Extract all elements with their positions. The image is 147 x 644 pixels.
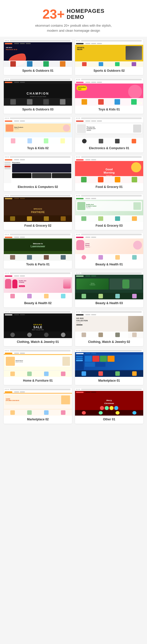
demo-thumb-market2: SUPERKITCHEN CASH BACK [4, 388, 72, 416]
demo-beauty3[interactable]: SpringCollection [75, 272, 143, 307]
demo-thumb-elec2: Playstation [4, 155, 72, 183]
demo-sports3[interactable]: CHAMPION SPORTS COLLECTION [4, 78, 72, 114]
demo-label-market1: Marketplace 01 [75, 377, 143, 385]
demo-food1[interactable]: GoodMorning Fresh food [75, 155, 143, 191]
demo-thumb-market1 [75, 349, 143, 377]
demo-elec2[interactable]: Playstation [4, 155, 72, 191]
demo-thumb-food2: BREADSPANTHERE [4, 194, 72, 222]
header-text-block: HOMEPAGES DEMO [67, 8, 104, 20]
demo-cloth1[interactable]: GRAND SALE BEST COLLECTION [4, 310, 72, 346]
demo-toys2[interactable]: Baby Products Shop Now [4, 117, 72, 152]
demo-label-elec2: Electronics & Computers 02 [4, 183, 72, 191]
demo-sports1[interactable]: AIR MAXPEGASUS 35 ID [4, 39, 72, 75]
demo-thumb-cloth1: GRAND SALE BEST COLLECTION [4, 310, 72, 338]
demo-thumb-toys2: Baby Products Shop Now [4, 117, 72, 144]
demo-label-beauty1: Beauty & Health 01 [75, 261, 143, 269]
demo-label-sports1: Sports & Outdoors 01 [4, 67, 72, 75]
demo-label-sports2: Sports & Outdoors 02 [75, 67, 143, 75]
demo-thumb-beauty1: LuxuryBeauty Shop Now → [75, 233, 143, 261]
demo-beauty1[interactable]: LuxuryBeauty Shop Now → [75, 233, 143, 269]
demo-elec1[interactable]: The easy wayto choose yourcamera [75, 117, 143, 152]
header-line2: DEMO [67, 14, 104, 20]
header-subtitle: ekommart contains 20+ prebuilt sites wit… [5, 23, 142, 33]
demo-label-home1: Home & Furniture 01 [4, 377, 72, 385]
demo-thumb-elec1: The easy wayto choose yourcamera [75, 117, 143, 144]
demo-label-food1: Food & Grocery 01 [75, 183, 143, 191]
demo-food3[interactable]: Healthy food& organic market Shop Now [75, 194, 143, 230]
demo-cloth2[interactable]: S/S 2020COLLECTION Shop Now [75, 310, 143, 346]
header-section: 23+ HOMEPAGES DEMO ekommart contains 20+… [0, 0, 147, 37]
demo-thumb-beauty3: SpringCollection [75, 272, 143, 299]
demo-thumb-sports1: AIR MAXPEGASUS 35 ID [4, 39, 72, 67]
demo-thumb-cloth2: S/S 2020COLLECTION Shop Now [75, 310, 143, 338]
demo-label-market2: Marketplace 02 [4, 416, 72, 424]
demo-toys1[interactable]: exclusivetoys UP TO 90% [75, 78, 143, 114]
demo-thumb-tools1: Welcome toLawnmower [4, 233, 72, 261]
demo-market1[interactable]: Marketplace 01 [75, 349, 143, 385]
demo-sports2[interactable]: SPORTSWEAR [75, 39, 143, 75]
demo-label-elec1: Electronics & Computers 01 [75, 144, 143, 152]
demo-tools1[interactable]: Welcome toLawnmower [4, 233, 72, 269]
demo-label-cloth2: Clothing, Watch & Jewelry 02 [75, 338, 143, 346]
demos-grid-section: AIR MAXPEGASUS 35 ID [0, 37, 147, 429]
demo-label-beauty2: Beauty & Health 02 [4, 299, 72, 307]
demo-other1[interactable]: MerryChristmas [75, 388, 143, 424]
demo-home1[interactable]: Home Decor Modern furniture [4, 349, 72, 385]
demo-thumb-sports2: SPORTSWEAR [75, 39, 143, 67]
header-title: 23+ HOMEPAGES DEMO [5, 8, 142, 21]
demo-thumb-sports3: CHAMPION SPORTS COLLECTION [4, 78, 72, 106]
demo-count: 23+ [43, 8, 65, 21]
demo-label-toys2: Toys & Kids 02 [4, 144, 72, 152]
page-wrapper: 23+ HOMEPAGES DEMO ekommart contains 20+… [0, 0, 147, 429]
demo-thumb-toys1: exclusivetoys UP TO 90% [75, 78, 143, 106]
demo-label-other1: Other 01 [75, 416, 143, 424]
demo-food2[interactable]: BREADSPANTHERE Fo [4, 194, 72, 230]
demo-label-food2: Food & Grocery 02 [4, 222, 72, 230]
demo-thumb-food3: Healthy food& organic market Shop Now [75, 194, 143, 222]
demo-market2[interactable]: SUPERKITCHEN CASH BACK [4, 388, 72, 424]
demo-beauty2[interactable]: Healthy skin& beauty Shop Now [4, 272, 72, 307]
demo-label-sports3: Sports & Outdoors 03 [4, 106, 72, 114]
demo-label-beauty3: Beauty & Health 03 [75, 299, 143, 307]
demo-thumb-food1: GoodMorning Fresh food [75, 155, 143, 183]
demos-grid: AIR MAXPEGASUS 35 ID [4, 39, 143, 424]
demo-thumb-other1: MerryChristmas [75, 388, 143, 416]
demo-label-tools1: Tools & Parts 01 [4, 261, 72, 269]
header-line1: HOMEPAGES [67, 8, 104, 14]
demo-label-food3: Food & Grocery 03 [75, 222, 143, 230]
demo-label-cloth1: Clothing, Watch & Jewelry 01 [4, 338, 72, 346]
demo-thumb-home1: Home Decor Modern furniture [4, 349, 72, 377]
demo-label-toys1: Toys & Kids 01 [75, 106, 143, 114]
demo-thumb-beauty2: Healthy skin& beauty Shop Now [4, 272, 72, 299]
